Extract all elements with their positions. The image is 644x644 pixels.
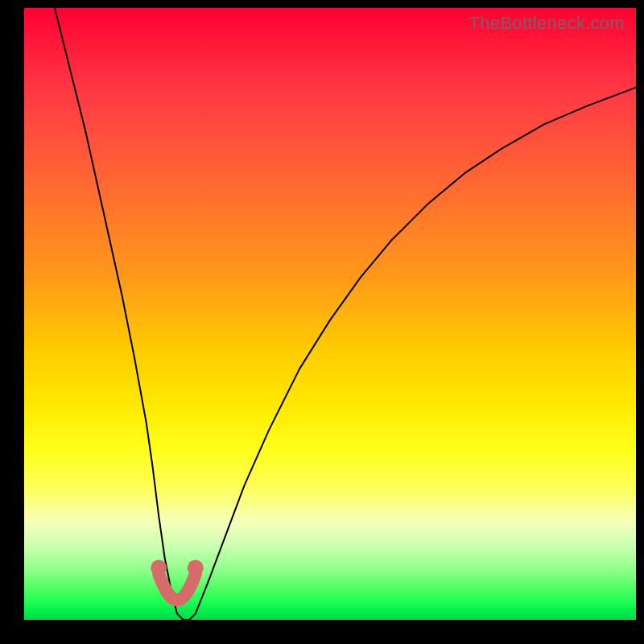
svg-point-0: [151, 559, 167, 576]
chart-frame: TheBottleneck.com: [0, 0, 644, 644]
minimum-markers: [151, 559, 204, 600]
curve-layer: [24, 8, 636, 620]
plot-area: TheBottleneck.com: [24, 8, 636, 620]
bottleneck-curve: [55, 8, 636, 620]
svg-point-1: [188, 559, 204, 576]
watermark-text: TheBottleneck.com: [469, 13, 625, 34]
